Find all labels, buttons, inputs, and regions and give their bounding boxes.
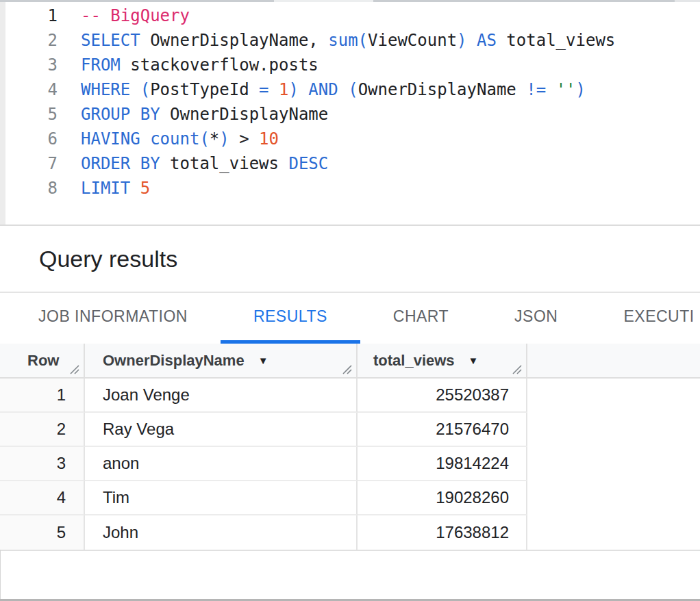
owner-display-name-cell: Ray Vega: [85, 413, 358, 447]
code-lines[interactable]: 1-- BigQuery2SELECT OwnerDisplayName, su…: [0, 3, 700, 201]
column-header-empty: [527, 344, 700, 377]
panel-left-border: [0, 550, 1, 599]
owner-display-name-cell: anon: [85, 447, 358, 481]
table-row: 1Joan Venge25520387: [0, 379, 700, 413]
row-number-cell: 1: [0, 379, 85, 413]
empty-cell: [527, 413, 700, 447]
code-line[interactable]: 5GROUP BY OwnerDisplayName: [5, 102, 700, 127]
code-text: SELECT OwnerDisplayName, sum(ViewCount) …: [58, 28, 615, 53]
line-number: 5: [5, 102, 58, 127]
table-row: 2Ray Vega21576470: [0, 413, 700, 447]
code-line[interactable]: 8LIMIT 5: [5, 176, 700, 201]
scrollbar-segment: [675, 0, 700, 2]
code-line[interactable]: 3FROM stackoverflow.posts: [5, 53, 700, 77]
column-header-label: OwnerDisplayName: [103, 352, 245, 370]
table-header-row: RowOwnerDisplayName▼total_views▼: [0, 344, 700, 379]
code-text: GROUP BY OwnerDisplayName: [58, 102, 328, 127]
owner-display-name-cell: John: [85, 515, 358, 550]
code-text: HAVING count(*) > 10: [58, 127, 279, 151]
sort-dropdown-icon[interactable]: ▼: [468, 355, 479, 366]
line-number: 4: [5, 77, 58, 102]
line-number: 3: [5, 53, 58, 77]
line-number: 2: [5, 28, 58, 53]
empty-cell: [527, 379, 700, 413]
row-number-cell: 5: [0, 515, 85, 550]
line-number: 1: [5, 3, 58, 28]
code-line[interactable]: 4WHERE (PostTypeId = 1) AND (OwnerDispla…: [5, 77, 700, 102]
row-number-cell: 3: [0, 447, 85, 481]
column-resize-grip-icon[interactable]: [510, 363, 523, 375]
line-number: 8: [5, 176, 58, 201]
total-views-cell: 21576470: [358, 413, 527, 447]
table-row: 4Tim19028260: [0, 481, 700, 515]
empty-cell: [527, 481, 700, 515]
code-text: ORDER BY total_views DESC: [58, 151, 328, 176]
query-results-title: Query results: [39, 246, 177, 272]
table-row: 5John17638812: [0, 515, 700, 550]
results-tabbar: JOB INFORMATIONRESULTSCHARTJSONEXECUTI: [0, 293, 700, 344]
line-number: 6: [5, 127, 58, 151]
tab-executi[interactable]: EXECUTI: [590, 293, 700, 344]
code-line[interactable]: 1-- BigQuery: [5, 3, 700, 28]
table-body: 1Joan Venge255203872Ray Vega215764703ano…: [0, 379, 700, 551]
tab-label: RESULTS: [253, 307, 327, 326]
tab-label: JOB INFORMATION: [38, 307, 188, 326]
empty-cell: [527, 515, 700, 550]
row-number-cell: 2: [0, 413, 85, 447]
tab-json[interactable]: JSON: [482, 293, 590, 344]
owner-display-name-cell: Tim: [85, 481, 358, 515]
total-views-cell: 17638812: [358, 515, 527, 550]
owner-display-name-cell: Joan Venge: [85, 379, 358, 413]
column-resize-grip-icon[interactable]: [68, 363, 80, 375]
sort-dropdown-icon[interactable]: ▼: [258, 355, 268, 366]
column-header-total_views[interactable]: total_views▼: [358, 344, 527, 377]
code-text: WHERE (PostTypeId = 1) AND (OwnerDisplay…: [58, 77, 586, 102]
results-table: RowOwnerDisplayName▼total_views▼ 1Joan V…: [0, 344, 700, 551]
tab-label: CHART: [393, 307, 449, 326]
scrollbar-thumb[interactable]: [274, 0, 373, 2]
code-text: FROM stackoverflow.posts: [58, 53, 318, 77]
column-header-label: Row: [27, 352, 59, 370]
row-number-cell: 4: [0, 481, 85, 515]
column-header-row[interactable]: Row: [0, 344, 85, 377]
code-line[interactable]: 6HAVING count(*) > 10: [5, 127, 700, 151]
sql-editor[interactable]: 1-- BigQuery2SELECT OwnerDisplayName, su…: [0, 0, 700, 226]
bigquery-results-pane: 1-- BigQuery2SELECT OwnerDisplayName, su…: [0, 0, 700, 551]
code-line[interactable]: 7ORDER BY total_views DESC: [5, 151, 700, 176]
editor-left-gutter-strip: [0, 2, 5, 225]
column-resize-grip-icon[interactable]: [340, 363, 353, 375]
empty-cell: [527, 447, 700, 481]
line-number: 7: [5, 151, 58, 176]
tab-label: JSON: [514, 307, 558, 326]
table-row: 3anon19814224: [0, 447, 700, 481]
code-text: -- BigQuery: [58, 3, 190, 28]
query-results-header: Query results: [0, 226, 700, 293]
column-header-ownerdisplayname[interactable]: OwnerDisplayName▼: [85, 344, 358, 377]
tab-label: EXECUTI: [623, 307, 694, 326]
editor-top-scrollbar[interactable]: [0, 0, 700, 2]
code-text: LIMIT 5: [58, 176, 150, 201]
total-views-cell: 19028260: [358, 481, 527, 515]
total-views-cell: 25520387: [358, 379, 527, 413]
tab-job-information[interactable]: JOB INFORMATION: [5, 293, 221, 344]
total-views-cell: 19814224: [358, 447, 527, 481]
code-line[interactable]: 2SELECT OwnerDisplayName, sum(ViewCount)…: [5, 28, 700, 53]
tab-chart[interactable]: CHART: [360, 293, 482, 344]
column-header-label: total_views: [373, 352, 455, 370]
tab-results[interactable]: RESULTS: [221, 293, 360, 344]
